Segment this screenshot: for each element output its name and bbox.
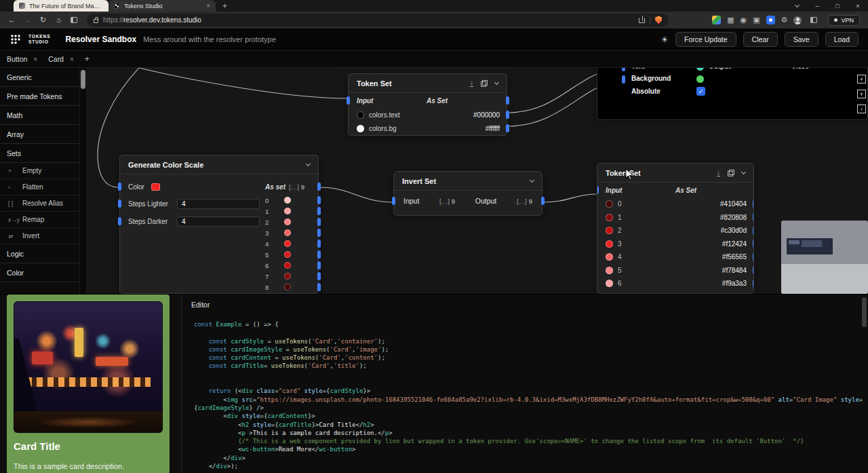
token-set-node-result[interactable]: Token Set ↓ Input As Set 0#410404 1#8208… xyxy=(597,163,754,294)
extension-icon[interactable] xyxy=(766,16,775,24)
copy-icon[interactable] xyxy=(728,170,734,176)
input-port[interactable] xyxy=(622,68,625,71)
close-tab-icon[interactable]: × xyxy=(70,56,74,63)
output-port[interactable] xyxy=(541,197,545,205)
scale-step[interactable]: 3 xyxy=(265,227,318,238)
sidebar-item-remap[interactable]: x→y Remap xyxy=(0,212,79,228)
sidebar-scrollbar[interactable] xyxy=(79,68,87,294)
token-row[interactable]: 3#f12424 xyxy=(597,238,753,251)
sidebar-item-empty[interactable]: + Empty xyxy=(0,163,79,179)
output-port[interactable] xyxy=(506,111,509,119)
output-port[interactable] xyxy=(317,229,321,237)
token-row[interactable]: 5#f78484 xyxy=(597,264,753,278)
input-port[interactable] xyxy=(392,197,395,205)
sidebar-toggle-icon[interactable] xyxy=(71,17,77,23)
chevron-down-icon[interactable] xyxy=(530,177,534,182)
scale-step[interactable]: 8 xyxy=(265,282,318,292)
output-port[interactable] xyxy=(317,218,321,226)
output-port[interactable] xyxy=(317,183,321,191)
download-icon[interactable]: ↓ xyxy=(717,170,720,176)
collapse-icon[interactable]: ‹ xyxy=(857,105,866,113)
color-swatch[interactable] xyxy=(151,183,160,191)
output-port[interactable] xyxy=(317,261,321,269)
extension-icon[interactable]: ◉ xyxy=(741,16,747,24)
node-canvas[interactable]: Text Output 9.135 Background Absolute ✓ … xyxy=(87,68,868,294)
save-button[interactable]: Save xyxy=(785,32,818,47)
apps-grid-icon[interactable]: ▦ xyxy=(727,16,734,24)
editor-scrollbar[interactable] xyxy=(862,297,867,470)
tab-button[interactable]: Button × xyxy=(7,55,37,63)
output-port[interactable] xyxy=(753,266,755,274)
scale-step[interactable]: 6 xyxy=(265,260,318,271)
add-tab-button[interactable]: + xyxy=(85,54,90,64)
address-bar[interactable]: https://resolver.dev.tokens.studio xyxy=(87,14,669,26)
invert-set-node[interactable]: Invert Set Input […]9 Output […]9 xyxy=(393,171,542,216)
input-port[interactable] xyxy=(118,217,121,225)
scale-step[interactable]: 1 xyxy=(265,206,318,216)
output-port[interactable] xyxy=(506,124,509,132)
token-row[interactable]: 2#c30d0d xyxy=(597,224,753,238)
token-row[interactable]: 4#f56565 xyxy=(597,250,753,264)
output-port[interactable] xyxy=(753,280,755,288)
generate-color-scale-node[interactable]: Generate Color Scale Color Steps Lighter… xyxy=(119,155,319,294)
titlebar-chevron-icon[interactable] xyxy=(787,0,807,12)
split-screen-icon[interactable] xyxy=(810,17,817,23)
sidebar-section-logic[interactable]: Logic xyxy=(0,244,79,263)
output-port[interactable] xyxy=(753,200,755,208)
token-row[interactable]: colors.bg #ffffff xyxy=(349,121,507,135)
sidebar-item-invert[interactable]: ⇄ Invert xyxy=(0,228,79,244)
vpn-badge[interactable]: VPN xyxy=(828,15,860,26)
token-row[interactable]: colors.text #000000 xyxy=(349,108,507,121)
add-icon[interactable]: + xyxy=(857,90,866,98)
refresh-button[interactable]: ↻ xyxy=(37,16,50,24)
load-button[interactable]: Load xyxy=(825,32,859,47)
output-port[interactable] xyxy=(506,96,509,105)
force-update-button[interactable]: Force Update xyxy=(675,32,736,47)
chevron-down-icon[interactable] xyxy=(494,79,499,84)
output-port[interactable] xyxy=(317,250,321,259)
download-icon[interactable]: ↓ xyxy=(470,80,473,87)
extension-icon[interactable] xyxy=(712,16,721,24)
scale-step[interactable]: 5 xyxy=(265,249,318,260)
code-editor[interactable]: Editor const Example = () => { const car… xyxy=(181,295,868,473)
settings-gear-icon[interactable]: ⚙ xyxy=(781,16,788,24)
back-button[interactable]: ← xyxy=(5,16,18,24)
token-row[interactable]: 6#f9a3a3 xyxy=(597,277,753,290)
output-port[interactable] xyxy=(317,196,321,204)
new-tab-button[interactable]: + xyxy=(222,2,227,10)
home-button[interactable]: ⌂ xyxy=(52,16,65,24)
sidebar-section-array[interactable]: Array xyxy=(0,125,79,144)
theme-toggle-icon[interactable]: ☀ xyxy=(660,35,669,45)
sidebar-section-sets[interactable]: Sets xyxy=(0,144,79,163)
forward-button[interactable]: → xyxy=(21,16,34,24)
share-icon[interactable] xyxy=(639,18,645,23)
output-port[interactable] xyxy=(753,253,755,261)
absolute-checkbox[interactable]: ✓ xyxy=(696,87,705,96)
tab-close-icon[interactable]: × xyxy=(206,3,210,10)
chevron-down-icon[interactable] xyxy=(741,169,746,174)
add-icon[interactable]: + xyxy=(857,75,866,83)
scrollbar-thumb[interactable] xyxy=(862,297,867,327)
sidebar-section-premade-tokens[interactable]: Pre made Tokens xyxy=(0,87,79,106)
token-row[interactable]: 0#410404 xyxy=(597,197,753,211)
input-port[interactable] xyxy=(597,186,599,194)
output-port[interactable] xyxy=(753,227,755,235)
code-content[interactable]: const Example = () => { const cardStyle … xyxy=(194,320,863,473)
output-port[interactable] xyxy=(317,207,321,215)
input-port[interactable] xyxy=(622,75,625,83)
scale-step[interactable]: 4 xyxy=(265,238,318,249)
scale-step[interactable]: 7 xyxy=(265,271,318,282)
sidebar-section-generic[interactable]: Generic xyxy=(0,68,79,87)
copy-icon[interactable] xyxy=(481,80,488,87)
output-port[interactable] xyxy=(753,240,755,248)
input-port[interactable] xyxy=(118,183,121,191)
input-port[interactable] xyxy=(118,200,121,208)
browser-tab-1[interactable]: The Future of Brand Management wit... xyxy=(14,0,108,12)
profile-avatar[interactable] xyxy=(793,16,802,24)
token-set-node[interactable]: Token Set ↓ Input As Set colors.text xyxy=(348,73,507,136)
tab-card[interactable]: Card × xyxy=(48,55,74,63)
output-port[interactable] xyxy=(317,240,321,248)
input-port[interactable] xyxy=(347,96,350,105)
output-port[interactable] xyxy=(317,283,321,291)
browser-tab-2[interactable]: Tokens Studio × xyxy=(108,0,216,12)
